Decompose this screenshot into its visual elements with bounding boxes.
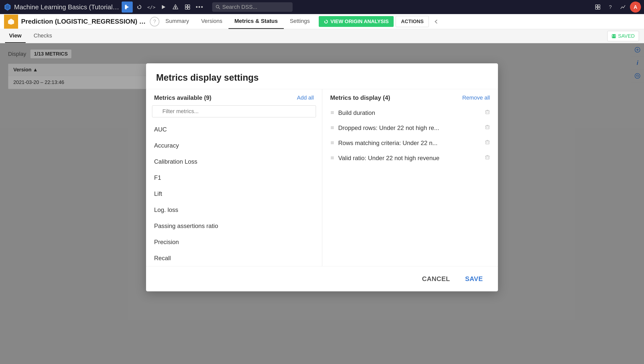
secondary-nav: Prediction (LOGISTIC_REGRESSION) on cust… [0,14,644,29]
metric-item-log-loss[interactable]: Log. loss [146,202,322,218]
svg-rect-29 [331,112,334,113]
delete-metric-0-button[interactable] [485,110,490,116]
display-metric-build-duration: Build duration [322,105,498,120]
svg-rect-13 [595,5,597,7]
metric-item-accuracy[interactable]: Accuracy [146,138,322,154]
svg-marker-17 [325,21,326,22]
refresh-icon-btn[interactable] [134,2,145,13]
modal-footer: CANCEL SAVE [146,266,498,291]
deploy-icon-btn[interactable] [170,2,181,13]
app-title: Machine Learning Basics (Tutorial) for A… [14,3,120,11]
left-panel-header: Metrics available (9) Add all [146,89,322,105]
filter-input-wrap [152,105,316,117]
svg-rect-20 [613,36,615,38]
tab-settings[interactable]: Settings [284,14,316,29]
svg-rect-9 [185,7,187,9]
grid-icon-btn[interactable] [592,2,603,13]
flow-icon-btn[interactable] [122,2,133,13]
drag-handle-icon[interactable] [330,110,334,116]
analytics-icon-btn[interactable] [617,2,628,13]
metrics-settings-modal: Metrics display settings Metrics availab… [146,63,498,291]
play-icon-btn[interactable] [158,2,169,13]
help-icon-btn[interactable]: ? [605,2,616,13]
dashboard-icon-btn[interactable] [182,2,193,13]
add-all-button[interactable]: Add all [297,95,314,101]
display-metrics-list: Build duration [322,105,498,266]
svg-rect-10 [188,7,190,9]
svg-rect-37 [331,127,334,128]
page-title: Prediction (LOGISTIC_REGRESSION) on cust… [21,18,147,25]
right-nav-icons: ? A [592,2,641,13]
search-bar[interactable] [212,2,293,12]
metric-item-passing-assertions[interactable]: Passing assertions ratio [146,218,322,234]
metric-item-auc[interactable]: AUC [146,121,322,138]
modal-overlay: Metrics display settings Metrics availab… [0,43,644,364]
svg-rect-55 [486,156,489,159]
svg-point-11 [216,5,219,8]
drag-handle-icon-2[interactable] [330,140,334,146]
available-metrics-list: AUC Accuracy Calibration Loss F1 Lift Lo… [146,121,322,266]
secondary-nav-tabs: Summary Versions Metrics & Status Settin… [159,14,316,29]
svg-rect-45 [331,143,334,143]
delete-metric-1-button[interactable] [485,125,490,131]
metric-item-lift[interactable]: Lift [146,186,322,202]
help-circle-icon[interactable]: ? [150,17,159,26]
code-icon-btn[interactable]: </> [146,2,157,13]
delete-metric-3-button[interactable] [485,155,490,161]
view-origin-button[interactable]: VIEW ORIGIN ANALYSIS [319,16,394,27]
svg-rect-31 [486,111,489,114]
app-logo[interactable] [3,3,12,12]
top-nav: Machine Learning Basics (Tutorial) for A… [0,0,644,14]
cancel-button[interactable]: CANCEL [417,272,455,285]
sub-tab-checks[interactable]: Checks [30,29,56,43]
tab-summary[interactable]: Summary [159,14,195,29]
svg-rect-57 [487,155,488,156]
remove-all-button[interactable]: Remove all [462,95,490,101]
svg-rect-16 [598,7,600,9]
refresh-green-icon [324,19,328,24]
right-panel-title: Metrics to display (4) [330,94,390,101]
brand-icon [4,15,18,29]
svg-rect-54 [331,159,334,159]
modal-right-panel: Metrics to display (4) Remove all [322,89,498,266]
svg-rect-28 [331,111,334,112]
svg-rect-19 [613,34,615,36]
svg-marker-2 [137,6,139,7]
save-icon [612,34,616,38]
svg-rect-30 [331,113,334,114]
modal-left-panel: Metrics available (9) Add all [146,89,322,266]
more-icon-btn[interactable]: ••• [194,2,205,13]
filter-row [146,105,322,121]
svg-rect-36 [331,126,334,127]
svg-rect-39 [486,126,489,129]
svg-line-12 [219,8,220,9]
svg-rect-38 [331,128,334,129]
svg-rect-5 [175,6,176,8]
display-metric-label-2: Rows matching criteria: Under 22 n... [338,140,438,147]
save-button[interactable]: SAVE [460,272,488,285]
modal-header: Metrics display settings [146,63,498,89]
metric-item-recall[interactable]: Recall [146,250,322,266]
metric-item-f1[interactable]: F1 [146,170,322,186]
tab-metrics-status[interactable]: Metrics & Status [228,14,284,29]
svg-rect-53 [331,158,334,158]
metric-item-precision[interactable]: Precision [146,234,322,250]
sub-tab-view[interactable]: View [5,29,26,43]
actions-button[interactable]: ACTIONS [396,16,429,27]
user-avatar[interactable]: A [630,2,641,13]
svg-marker-3 [162,5,165,9]
main-content: Display 1/13 METRICS Version ▲ 2021-03-2… [0,43,644,364]
metric-item-calibration-loss[interactable]: Calibration Loss [146,154,322,170]
saved-button[interactable]: SAVED [607,31,639,41]
drag-handle-icon-1[interactable] [330,125,334,131]
sub-toolbar: View Checks SAVED [0,29,644,43]
nav-back-button[interactable] [431,16,442,27]
nav-tools: </> ••• [122,2,205,13]
delete-metric-2-button[interactable] [485,140,490,146]
tab-versions[interactable]: Versions [195,14,228,29]
drag-handle-icon-3[interactable] [330,155,334,161]
display-metric-label-0: Build duration [338,109,375,116]
filter-metrics-input[interactable] [152,105,316,117]
search-input[interactable] [222,4,289,10]
svg-rect-15 [595,7,597,9]
